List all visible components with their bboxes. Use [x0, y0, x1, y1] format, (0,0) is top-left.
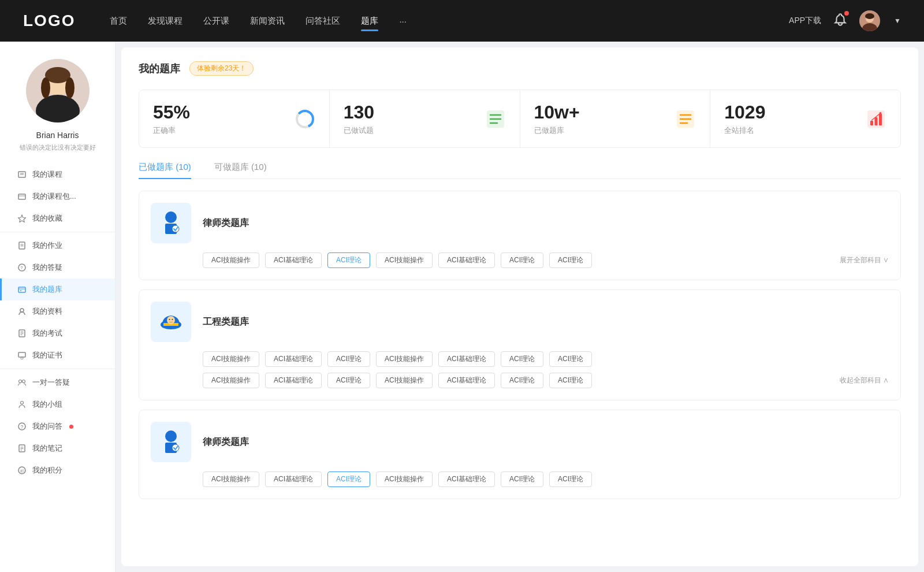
- bar-red-icon: [866, 109, 886, 129]
- stat-accuracy-text: 55% 正确率: [153, 102, 285, 136]
- stat-questions-done-label: 已做试题: [344, 125, 476, 136]
- tag-1b-5[interactable]: ACI理论: [501, 373, 543, 388]
- nav-qa[interactable]: 问答社区: [305, 13, 340, 29]
- svg-point-3: [865, 13, 874, 19]
- stat-banks-done-label: 已做题库: [534, 125, 666, 136]
- sidebar-item-my-exam[interactable]: 我的考试: [0, 322, 115, 344]
- bank-card-0-tags: ACI技能操作 ACI基础理论 ACI理论 ACI技能操作 ACI基础理论 AC…: [151, 252, 889, 268]
- bank-card-2-header: 律师类题库: [151, 422, 889, 462]
- sidebar-item-my-group[interactable]: 我的小组: [0, 393, 115, 415]
- bank-card-1-tags: ACI技能操作 ACI基础理论 ACI理论 ACI技能操作 ACI基础理论 AC…: [151, 351, 889, 367]
- tag-0-1[interactable]: ACI基础理论: [265, 252, 322, 268]
- tag-0-3[interactable]: ACI技能操作: [376, 252, 433, 268]
- tag-1b-0[interactable]: ACI技能操作: [203, 373, 259, 388]
- sidebar-item-my-package[interactable]: 我的课程包...: [0, 185, 115, 207]
- stat-questions-done-text: 130 已做试题: [344, 102, 476, 136]
- svg-point-31: [19, 380, 22, 383]
- svg-point-24: [20, 309, 24, 312]
- tag-2-5[interactable]: ACI理论: [501, 471, 543, 487]
- app-download-btn[interactable]: APP下载: [789, 16, 821, 26]
- svg-text:?: ?: [20, 424, 23, 430]
- sidebar-motto: 错误的决定比没有决定要好: [13, 143, 103, 152]
- sidebar-item-my-points[interactable]: 积 我的积分: [0, 459, 115, 481]
- tag-1-5[interactable]: ACI理论: [501, 351, 543, 367]
- tab-available-banks[interactable]: 可做题库 (10): [214, 162, 267, 179]
- tag-1-6[interactable]: ACI理论: [549, 351, 592, 367]
- bank-card-0-expand[interactable]: 展开全部科目 ∨: [840, 255, 889, 265]
- homework-icon: [17, 241, 27, 250]
- svg-rect-53: [870, 121, 873, 125]
- user-avatar[interactable]: [859, 10, 880, 31]
- page-title: 我的题库: [139, 62, 180, 76]
- star-icon: [17, 214, 27, 223]
- svg-rect-13: [18, 194, 25, 199]
- sidebar-item-my-course[interactable]: 我的课程: [0, 164, 115, 185]
- sidebar-item-my-question[interactable]: ? 我的问答: [0, 415, 115, 437]
- sidebar-item-one-on-one[interactable]: 一对一答疑: [0, 372, 115, 393]
- sidebar-item-my-bank[interactable]: 我的题库: [0, 278, 115, 300]
- tag-2-2[interactable]: ACI理论: [327, 471, 370, 487]
- tag-2-4[interactable]: ACI基础理论: [438, 471, 495, 487]
- nav-more[interactable]: ···: [399, 14, 407, 28]
- lawyer-bank-icon-2: [151, 422, 191, 462]
- stat-accuracy-label: 正确率: [153, 125, 285, 136]
- sidebar-item-my-favorites[interactable]: 我的收藏: [0, 207, 115, 229]
- svg-point-59: [172, 225, 179, 232]
- tag-0-4[interactable]: ACI基础理论: [438, 252, 495, 268]
- cert-icon: [17, 351, 27, 360]
- nav-home[interactable]: 首页: [110, 13, 127, 29]
- sidebar-item-my-favorites-label: 我的收藏: [32, 213, 62, 224]
- tab-done-banks[interactable]: 已做题库 (10): [139, 162, 191, 179]
- tag-1-2[interactable]: ACI理论: [327, 351, 370, 367]
- one-on-one-icon: [17, 378, 27, 387]
- logo[interactable]: LOGO: [23, 12, 75, 30]
- svg-rect-55: [879, 114, 882, 125]
- tag-1-0[interactable]: ACI技能操作: [203, 351, 259, 367]
- svg-rect-29: [18, 352, 25, 357]
- tag-1-4[interactable]: ACI基础理论: [438, 351, 495, 367]
- engineer-bank-icon-1: [151, 302, 191, 342]
- sidebar-item-my-qa[interactable]: ? 我的答疑: [0, 257, 115, 278]
- tag-0-6[interactable]: ACI理论: [549, 252, 592, 268]
- tag-1-3[interactable]: ACI技能操作: [376, 351, 433, 367]
- tag-1b-4[interactable]: ACI基础理论: [438, 373, 495, 388]
- list-green-icon: [485, 109, 506, 129]
- nav-discover[interactable]: 发现课程: [148, 13, 182, 29]
- user-dropdown-arrow[interactable]: ▼: [894, 17, 901, 25]
- svg-point-67: [172, 444, 179, 451]
- bank-icon: [17, 285, 27, 294]
- sidebar-item-my-profile[interactable]: 我的资料: [0, 300, 115, 322]
- nav-bank[interactable]: 题库: [361, 13, 378, 29]
- stat-site-rank-label: 全站排名: [724, 125, 856, 136]
- sidebar-item-my-points-label: 我的积分: [32, 465, 62, 476]
- nav-news[interactable]: 新闻资讯: [250, 13, 285, 29]
- tag-1-1[interactable]: ACI基础理论: [265, 351, 322, 367]
- tag-1b-3[interactable]: ACI技能操作: [376, 373, 433, 388]
- sidebar-item-my-cert[interactable]: 我的证书: [0, 344, 115, 366]
- pie-chart-icon: [295, 109, 315, 129]
- tag-2-3[interactable]: ACI技能操作: [376, 471, 433, 487]
- notification-bell[interactable]: [833, 12, 848, 29]
- tag-1b-1[interactable]: ACI基础理论: [265, 373, 322, 388]
- tag-2-6[interactable]: ACI理论: [549, 471, 592, 487]
- bank-card-1-collapse[interactable]: 收起全部科目 ∧: [840, 376, 889, 385]
- stat-site-rank-text: 1029 全站排名: [724, 102, 856, 136]
- tag-0-0[interactable]: ACI技能操作: [203, 252, 259, 268]
- sidebar-item-my-note[interactable]: 我的笔记: [0, 437, 115, 459]
- profile-icon: [17, 307, 27, 316]
- question-notification-badge: [69, 425, 73, 429]
- nav-open-course[interactable]: 公开课: [203, 13, 229, 29]
- bank-card-1-second-tags: ACI技能操作 ACI基础理论 ACI理论 ACI技能操作 ACI基础理论 AC…: [151, 373, 889, 388]
- svg-text:积: 积: [20, 469, 24, 473]
- tag-1b-2[interactable]: ACI理论: [327, 373, 370, 388]
- tag-1b-6[interactable]: ACI理论: [549, 373, 592, 388]
- question-icon: ?: [17, 422, 27, 431]
- sidebar-item-my-exam-label: 我的考试: [32, 328, 62, 339]
- sidebar-item-my-homework[interactable]: 我的作业: [0, 235, 115, 257]
- tag-2-1[interactable]: ACI基础理论: [265, 471, 322, 487]
- tag-0-2[interactable]: ACI理论: [327, 252, 370, 268]
- sidebar-item-my-group-label: 我的小组: [32, 399, 62, 410]
- tag-0-5[interactable]: ACI理论: [501, 252, 543, 268]
- sidebar-divider-1: [0, 232, 115, 232]
- tag-2-0[interactable]: ACI技能操作: [203, 471, 259, 487]
